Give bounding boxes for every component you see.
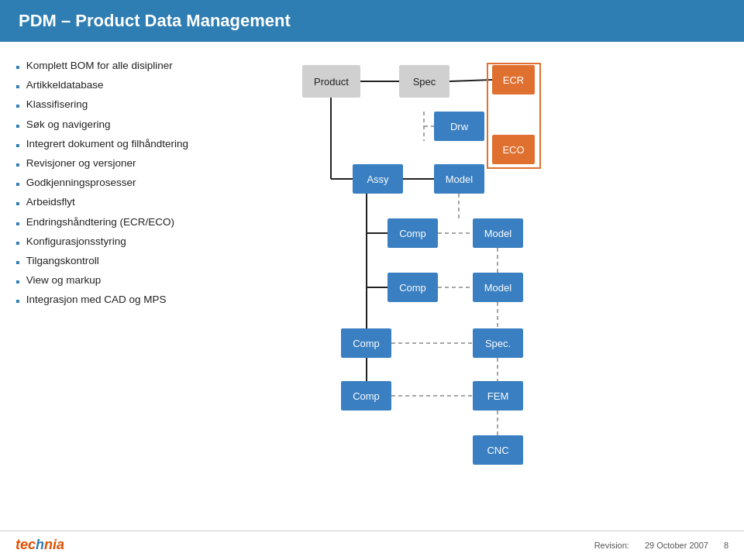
bullet-item: Tilgangskontroll (16, 253, 256, 272)
footer-date: 29 October 2007 (645, 541, 708, 550)
bullet-item: Arbeidsflyt (16, 194, 256, 213)
diagram-box-spec: Spec (399, 65, 450, 98)
bullet-item: Klassifisering (16, 96, 256, 115)
diagram-box-comp2: Comp (388, 273, 438, 302)
bullet-item: Godkjenningsprosesser (16, 174, 256, 194)
diagram-box-fem: FEM (473, 381, 523, 411)
footer-info: Revision: 29 October 2007 8 (594, 541, 728, 550)
bullet-item: Integrert dokument og filhåndtering (16, 136, 256, 155)
page-number: 8 (724, 541, 728, 550)
diagram-box-product: Product (302, 65, 360, 98)
bullet-item: Endringshåndtering (ECR/ECO) (16, 214, 256, 233)
diagram-box-ecr: ECR (492, 65, 535, 94)
diagram-box-eco: ECO (492, 135, 535, 164)
bullet-item: Konfigurasjonsstyring (16, 233, 256, 253)
bullet-item: Komplett BOM for alle disipliner (16, 57, 256, 77)
bullet-item: Integrasjon med CAD og MPS (16, 291, 256, 311)
diagram-box-model1: Model (434, 164, 484, 194)
diagram-box-model2: Model (473, 218, 523, 248)
revision-label: Revision: (594, 541, 629, 550)
diagram-box-comp4: Comp (341, 381, 391, 411)
diagram-box-comp3: Comp (341, 328, 391, 358)
bullet-item: Artikkeldatabase (16, 77, 256, 96)
diagram-box-spec2: Spec. (473, 328, 523, 358)
header: PDM – Product Data Management (0, 0, 744, 42)
diagram-box-model3: Model (473, 273, 523, 302)
bullet-list: Komplett BOM for alle disiplinerArtikkel… (16, 50, 256, 523)
footer: technia Revision: 29 October 2007 8 (0, 531, 744, 558)
main-content: Komplett BOM for alle disiplinerArtikkel… (0, 42, 744, 531)
diagram-box-assy: Assy (353, 164, 403, 194)
diagram-box-cnc: CNC (473, 435, 523, 465)
bullet-item: Revisjoner og versjoner (16, 155, 256, 174)
diagram-box-drw: Drw (434, 112, 484, 141)
bullet-item: Søk og navigering (16, 116, 256, 136)
diagram-area: ProductSpecECRDrwECOAssyModelCompModelCo… (256, 50, 728, 523)
bullet-item: View og markup (16, 272, 256, 291)
page-title: PDM – Product Data Management (19, 11, 291, 31)
company-logo: technia (16, 537, 64, 553)
diagram-box-comp1: Comp (388, 218, 438, 248)
svg-line-1 (450, 80, 492, 81)
